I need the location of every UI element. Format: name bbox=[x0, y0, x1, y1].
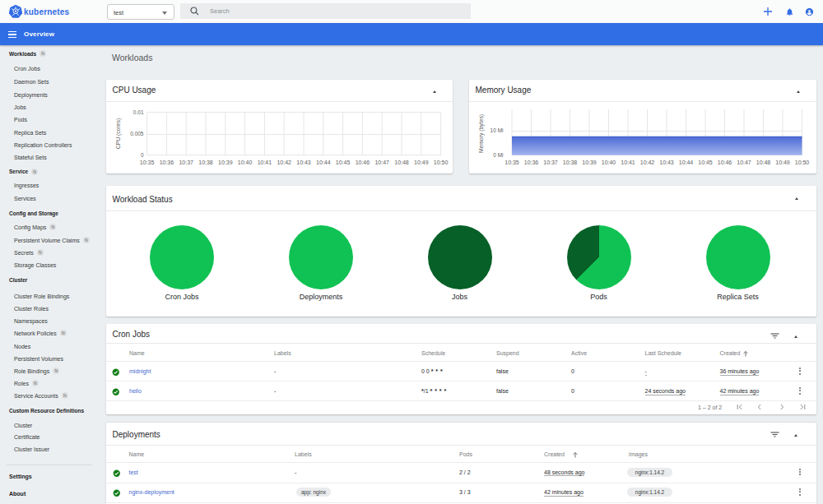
svg-text:10:39: 10:39 bbox=[582, 160, 597, 165]
svg-text:0: 0 bbox=[140, 152, 143, 158]
svg-text:10:37: 10:37 bbox=[543, 160, 558, 165]
svg-text:10:48: 10:48 bbox=[394, 160, 409, 165]
svg-text:10:44: 10:44 bbox=[678, 160, 693, 165]
svg-text:10:42: 10:42 bbox=[639, 160, 654, 165]
svg-text:10:49: 10:49 bbox=[414, 160, 429, 165]
svg-text:10:35: 10:35 bbox=[504, 160, 519, 165]
svg-text:10:37: 10:37 bbox=[179, 160, 193, 165]
svg-text:10:41: 10:41 bbox=[621, 160, 635, 165]
svg-text:0.01: 0.01 bbox=[133, 109, 143, 115]
svg-text:10:43: 10:43 bbox=[296, 160, 311, 165]
svg-text:10:41: 10:41 bbox=[257, 160, 272, 165]
svg-text:10:45: 10:45 bbox=[335, 160, 350, 165]
svg-text:10:40: 10:40 bbox=[237, 160, 252, 165]
svg-text:0.005: 0.005 bbox=[130, 131, 144, 136]
svg-text:10:36: 10:36 bbox=[523, 160, 538, 165]
svg-text:10:44: 10:44 bbox=[316, 160, 331, 165]
svg-text:10 Mi: 10 Mi bbox=[490, 127, 503, 133]
svg-text:CPU (cores): CPU (cores) bbox=[114, 118, 121, 149]
svg-text:10:43: 10:43 bbox=[659, 160, 674, 165]
svg-text:10:47: 10:47 bbox=[737, 160, 751, 165]
svg-text:0 Mi: 0 Mi bbox=[493, 152, 503, 158]
svg-text:10:39: 10:39 bbox=[218, 160, 233, 165]
svg-text:10:38: 10:38 bbox=[198, 160, 213, 165]
svg-text:10:36: 10:36 bbox=[159, 160, 174, 165]
svg-text:10:46: 10:46 bbox=[717, 160, 732, 165]
svg-text:10:38: 10:38 bbox=[562, 160, 577, 165]
svg-text:10:47: 10:47 bbox=[374, 160, 389, 165]
svg-text:10:40: 10:40 bbox=[601, 160, 616, 165]
svg-text:Memory (bytes): Memory (bytes) bbox=[478, 114, 485, 153]
svg-text:10:42: 10:42 bbox=[277, 160, 291, 165]
svg-text:10:35: 10:35 bbox=[139, 160, 154, 165]
svg-text:10:50: 10:50 bbox=[433, 160, 448, 165]
svg-text:10:49: 10:49 bbox=[775, 160, 790, 165]
svg-text:10:48: 10:48 bbox=[756, 160, 770, 165]
svg-text:10:45: 10:45 bbox=[698, 160, 713, 165]
svg-text:10:46: 10:46 bbox=[355, 160, 370, 165]
svg-text:10:50: 10:50 bbox=[794, 160, 809, 165]
